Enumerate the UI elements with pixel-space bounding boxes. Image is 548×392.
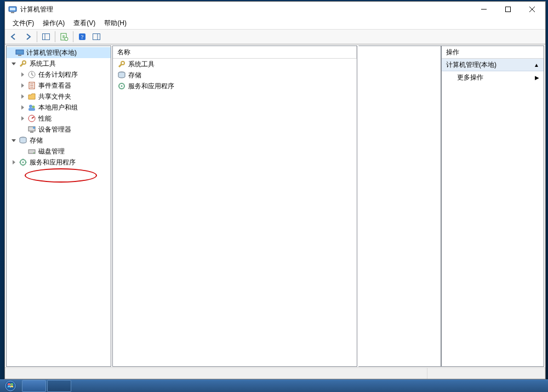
tree-label: 性能	[38, 114, 54, 123]
svg-line-6	[529, 7, 535, 12]
forward-button[interactable]	[21, 30, 35, 43]
actions-more[interactable]: 更多操作 ▶	[442, 71, 544, 83]
list-item-storage[interactable]: 存储	[113, 70, 357, 81]
chevron-right-icon: ▶	[535, 75, 539, 81]
tree-event-viewer[interactable]: 事件查看器	[7, 80, 111, 91]
column-name[interactable]: 名称	[113, 46, 357, 58]
svg-rect-25	[30, 132, 33, 133]
tree-label: 事件查看器	[38, 81, 73, 90]
maximize-button[interactable]	[496, 2, 520, 17]
toolbar: ?	[5, 29, 545, 44]
storage-icon	[19, 136, 27, 145]
tree-system-tools[interactable]: 系统工具	[7, 58, 111, 69]
blank-twist	[19, 147, 26, 155]
svg-line-5	[529, 7, 535, 12]
svg-point-20	[29, 105, 32, 108]
collapse-icon[interactable]	[10, 60, 18, 67]
empty-sub-pane	[358, 46, 441, 367]
list-header[interactable]: 名称	[113, 46, 357, 59]
navigation-tree-pane[interactable]: 计算机管理(本地)	[6, 46, 111, 367]
actions-pane: 操作 计算机管理(本地) ▲ 更多操作 ▶	[441, 46, 544, 367]
computer-icon	[15, 48, 24, 57]
minimize-button[interactable]	[472, 2, 496, 17]
expand-icon[interactable]	[19, 71, 26, 78]
svg-point-31	[22, 162, 24, 163]
svg-rect-22	[28, 108, 35, 111]
show-hide-tree-button[interactable]	[39, 30, 53, 43]
services-icon	[117, 82, 126, 90]
tree-root-computer-management[interactable]: 计算机管理(本地)	[7, 47, 111, 58]
tree-label: 本地用户和组	[38, 103, 80, 112]
tree-local-users-groups[interactable]: 本地用户和组	[7, 102, 111, 113]
list-item-label: 服务和应用程序	[128, 82, 174, 91]
actions-section-computer-management[interactable]: 计算机管理(本地) ▲	[442, 59, 544, 71]
services-icon	[19, 158, 27, 167]
menu-action[interactable]: 操作(A)	[38, 18, 69, 29]
menu-view[interactable]: 查看(V)	[69, 18, 100, 29]
window-title: 计算机管理	[20, 5, 53, 14]
svg-text:?: ?	[81, 33, 84, 40]
title-bar[interactable]: 计算机管理	[5, 2, 545, 17]
svg-rect-2	[11, 12, 14, 13]
toolbar-separator	[73, 31, 73, 42]
svg-rect-16	[18, 55, 21, 56]
svg-rect-7	[43, 34, 50, 40]
list-item-label: 系统工具	[128, 60, 155, 69]
menu-bar: 文件(F) 操作(A) 查看(V) 帮助(H)	[5, 17, 545, 29]
toolbar-separator	[37, 31, 37, 42]
blank-twist	[7, 49, 14, 56]
list-item-services-apps[interactable]: 服务和应用程序	[113, 81, 357, 92]
tree-label: 服务和应用程序	[30, 158, 78, 167]
tree-disk-management[interactable]: 磁盘管理	[7, 146, 111, 157]
tools-icon	[19, 59, 27, 68]
svg-point-21	[32, 106, 35, 109]
expand-icon[interactable]	[10, 158, 18, 166]
tree-device-manager[interactable]: 设备管理器	[7, 124, 111, 135]
svg-rect-13	[93, 34, 100, 40]
svg-point-32	[121, 61, 124, 65]
actions-header: 操作	[442, 46, 544, 59]
tree-task-scheduler[interactable]: 任务计划程序	[7, 69, 111, 80]
properties-button[interactable]	[58, 30, 71, 43]
toolbar-separator	[55, 31, 55, 42]
expand-icon[interactable]	[19, 115, 26, 122]
taskbar[interactable]	[0, 379, 548, 392]
tree-performance[interactable]: 性能	[7, 113, 111, 124]
tree-label: 磁盘管理	[38, 147, 67, 156]
taskbar-item[interactable]	[47, 380, 71, 392]
svg-rect-4	[506, 7, 511, 12]
storage-icon	[117, 71, 126, 79]
chevron-up-icon: ▲	[534, 62, 539, 68]
blank-twist	[19, 126, 26, 133]
svg-point-35	[121, 86, 123, 87]
menu-help[interactable]: 帮助(H)	[100, 18, 131, 29]
event-log-icon	[27, 81, 36, 90]
menu-file[interactable]: 文件(F)	[8, 18, 38, 29]
show-hide-action-pane-button[interactable]	[90, 30, 103, 43]
taskbar-item[interactable]	[22, 380, 46, 392]
clock-icon	[27, 70, 36, 79]
tree-storage[interactable]: 存储	[7, 135, 111, 146]
tree-label: 设备管理器	[38, 125, 73, 134]
tree-services-apps[interactable]: 服务和应用程序	[7, 157, 111, 168]
detail-list-pane[interactable]: 名称 系统工具 存储 服务和应用程序	[112, 46, 357, 367]
close-button[interactable]	[520, 2, 544, 17]
disk-icon	[27, 147, 36, 156]
expand-icon[interactable]	[19, 93, 26, 100]
tree-shared-folders[interactable]: 共享文件夹	[7, 91, 111, 102]
help-button[interactable]: ?	[76, 30, 89, 43]
back-button[interactable]	[7, 30, 20, 43]
list-item-system-tools[interactable]: 系统工具	[113, 59, 357, 70]
expand-icon[interactable]	[19, 104, 26, 111]
collapse-icon[interactable]	[10, 137, 18, 144]
expand-icon[interactable]	[19, 82, 26, 89]
shared-folder-icon	[27, 92, 36, 101]
tree-label: 计算机管理(本地)	[26, 48, 79, 58]
tree-label: 共享文件夹	[38, 92, 73, 101]
start-button[interactable]	[0, 380, 21, 392]
computer-management-window: 计算机管理 文件(F) 操作(A) 查看(V) 帮助(H)	[4, 1, 546, 379]
svg-point-10	[65, 37, 68, 41]
svg-point-17	[22, 61, 26, 64]
status-bar	[5, 367, 545, 379]
tools-icon	[117, 60, 126, 69]
